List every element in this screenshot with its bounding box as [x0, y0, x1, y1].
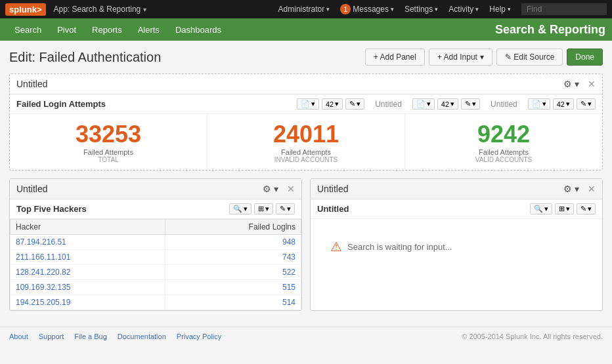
settings-menu[interactable]: Settings ▾ — [404, 5, 438, 14]
row2-cols: Untitled ⚙ ▾ ✕ Top Five Hackers 🔍 ▾ — [9, 178, 603, 319]
row1-stat1-num-button[interactable]: 42 ▾ — [322, 98, 343, 110]
right-gear-icon: ⚙ — [563, 184, 572, 194]
top-bar: splunk> App: Search & Reporting ▾ Admini… — [0, 0, 612, 18]
doc-chevron-icon: ▾ — [311, 100, 315, 108]
footer-copyright: © 2005-2014 Splunk Inc. All rights reser… — [462, 333, 603, 340]
row1-stat2-doc-button[interactable]: 📄 ▾ — [412, 98, 435, 110]
row1-untitled2: Untitled — [480, 100, 528, 109]
activity-menu[interactable]: Activity ▾ — [448, 5, 479, 14]
waiting-area: ⚠ Search is waiting for input... — [311, 219, 602, 298]
footer-privacy[interactable]: Privacy Policy — [177, 333, 221, 340]
left-pencil-chevron-icon: ▾ — [287, 205, 291, 213]
row1-stat1-pencil-button[interactable]: ✎ ▾ — [345, 98, 364, 110]
right-pencil-button[interactable]: ✎ ▾ — [577, 203, 596, 214]
row1-stat1-controls: 📄 ▾ 42 ▾ ✎ ▾ — [297, 98, 364, 110]
right-grid-button[interactable]: ⊞ ▾ — [555, 203, 574, 214]
table-row: 211.166.11.101743 — [11, 250, 301, 265]
row1-section-title: Failed Login Attempts — [16, 99, 297, 109]
left-section-header: Top Five Hackers 🔍 ▾ ⊞ ▾ ✎ ▾ — [10, 199, 301, 219]
row1-stat2-pencil-button[interactable]: ✎ ▾ — [461, 98, 480, 110]
left-gear-button[interactable]: ⚙ ▾ — [261, 183, 280, 195]
left-search-chevron-icon: ▾ — [244, 205, 248, 213]
num3-chevron-icon: ▾ — [566, 100, 570, 108]
hacker-cell: 128.241.220.82 — [11, 265, 165, 280]
warning-icon: ⚠ — [330, 239, 342, 254]
stat-sublabel-valid: VALID ACCOUNTS — [412, 156, 596, 163]
nav-alerts[interactable]: Alerts — [130, 18, 167, 41]
nav-reports[interactable]: Reports — [84, 18, 130, 41]
left-panel-actions: ⚙ ▾ ✕ — [261, 183, 295, 195]
app-name[interactable]: App: Search & Reporting ▾ — [54, 5, 147, 14]
help-menu[interactable]: Help ▾ — [489, 5, 511, 14]
right-panel: Untitled ⚙ ▾ ✕ Untitled 🔍 ▾ — [310, 178, 603, 311]
done-button[interactable]: Done — [567, 49, 603, 66]
left-gear-chevron-icon: ▾ — [274, 184, 278, 194]
row1-gear-button[interactable]: ⚙ ▾ — [561, 78, 581, 90]
stat-label-total: Failed Attempts — [16, 148, 200, 156]
row1-stat3-doc-button[interactable]: 📄 ▾ — [528, 98, 550, 110]
logins-cell: 515 — [165, 280, 301, 295]
footer-file-bug[interactable]: File a Bug — [74, 333, 107, 340]
right-panel-title: Untitled — [317, 184, 557, 194]
logins-cell: 522 — [165, 265, 301, 280]
row1-stat3-pencil-button[interactable]: ✎ ▾ — [577, 98, 596, 110]
left-search-button[interactable]: 🔍 ▾ — [229, 203, 251, 214]
row1-panel: Untitled ⚙ ▾ ✕ Failed Login Attempts 📄 ▾ — [9, 73, 603, 171]
stat-label-invalid: Failed Attempts — [214, 148, 398, 156]
left-pencil-button[interactable]: ✎ ▾ — [276, 203, 295, 214]
num-chevron-icon: ▾ — [335, 100, 339, 108]
right-close-button[interactable]: ✕ — [588, 184, 596, 194]
administrator-menu[interactable]: Administrator ▾ — [278, 5, 330, 14]
edit-header: Edit: Failed Authentication + Add Panel … — [9, 49, 603, 66]
stat-number-valid: 9242 — [412, 121, 596, 148]
hacker-cell: 194.215.205.19 — [11, 295, 165, 310]
table-header-logins: Failed Logins — [165, 220, 301, 235]
edit-source-button[interactable]: ✎ Edit Source — [496, 49, 563, 66]
right-pencil-chevron-icon: ▾ — [588, 205, 592, 213]
row1-stat1-doc-button[interactable]: 📄 ▾ — [297, 98, 319, 110]
row1-stat3-controls: 📄 ▾ 42 ▾ ✎ ▾ — [528, 98, 596, 110]
left-panel: Untitled ⚙ ▾ ✕ Top Five Hackers 🔍 ▾ — [9, 178, 302, 311]
add-input-button[interactable]: + Add Input ▾ — [429, 49, 492, 66]
row1-untitled1: Untitled — [364, 100, 412, 109]
nav-pivot[interactable]: Pivot — [49, 18, 84, 41]
table-row: 109.169.32.135515 — [11, 280, 301, 295]
doc3-icon: 📄 — [532, 100, 541, 108]
table-row: 128.241.220.82522 — [11, 265, 301, 280]
page-title: Edit: Failed Authentication — [9, 50, 365, 65]
right-pencil-icon: ✎ — [580, 205, 586, 213]
row1-close-button[interactable]: ✕ — [588, 79, 596, 89]
left-grid-icon: ⊞ — [258, 205, 264, 213]
left-close-button[interactable]: ✕ — [287, 184, 295, 194]
footer-about[interactable]: About — [9, 333, 28, 340]
nav-search[interactable]: Search — [7, 18, 49, 41]
right-search-icon: 🔍 — [534, 205, 543, 213]
find-input[interactable] — [521, 3, 607, 15]
left-search-icon: 🔍 — [233, 205, 242, 213]
add-panel-button[interactable]: + Add Panel — [365, 49, 425, 66]
right-section-title: Untitled — [317, 204, 530, 214]
pencil3-icon: ✎ — [580, 100, 586, 108]
left-section-title: Top Five Hackers — [16, 204, 229, 214]
logins-cell: 743 — [165, 250, 301, 265]
left-panel-content: Top Five Hackers 🔍 ▾ ⊞ ▾ ✎ ▾ — [10, 199, 301, 310]
right-panel-actions: ⚙ ▾ ✕ — [561, 183, 596, 195]
nav-dashboards[interactable]: Dashboards — [167, 18, 229, 41]
splunk-logo[interactable]: splunk> — [5, 3, 46, 16]
help-chevron-icon: ▾ — [508, 6, 511, 12]
footer-support[interactable]: Support — [39, 333, 64, 340]
right-search-button[interactable]: 🔍 ▾ — [530, 203, 552, 214]
settings-chevron-icon: ▾ — [435, 6, 438, 12]
messages-menu[interactable]: 1 Messages ▾ — [340, 4, 394, 14]
right-panel-content: Untitled 🔍 ▾ ⊞ ▾ ✎ ▾ — [311, 199, 602, 298]
right-section-header: Untitled 🔍 ▾ ⊞ ▾ ✎ ▾ — [311, 199, 602, 219]
right-grid-icon: ⊞ — [559, 205, 565, 213]
messages-badge: 1 — [340, 4, 351, 14]
right-gear-button[interactable]: ⚙ ▾ — [561, 183, 581, 195]
footer-documentation[interactable]: Documentation — [118, 333, 166, 340]
left-grid-button[interactable]: ⊞ ▾ — [254, 203, 273, 214]
left-panel-title: Untitled — [16, 184, 257, 194]
row1-stat2-num-button[interactable]: 42 ▾ — [437, 98, 458, 110]
waiting-message: ⚠ Search is waiting for input... — [317, 226, 596, 268]
row1-stat3-num-button[interactable]: 42 ▾ — [553, 98, 574, 110]
